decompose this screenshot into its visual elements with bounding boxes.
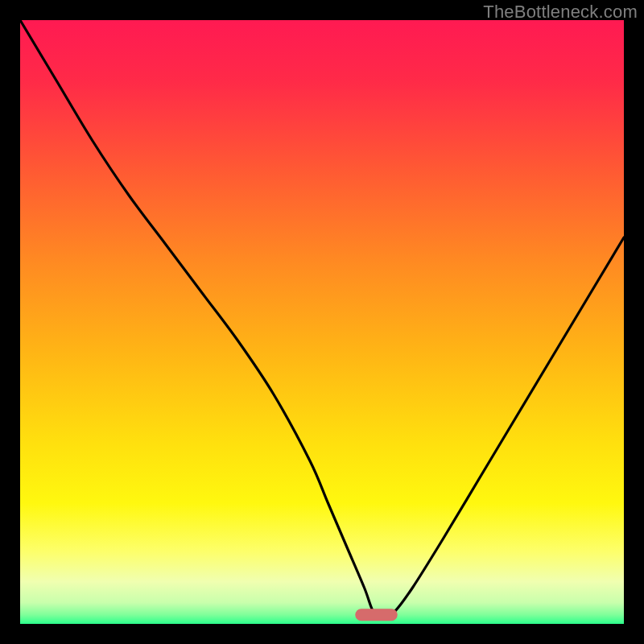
gradient-background [20,20,624,624]
watermark-text: TheBottleneck.com [483,2,638,23]
chart-svg [20,20,624,624]
chart-frame: TheBottleneck.com [0,0,644,644]
minimum-marker [355,609,398,621]
plot-area [20,20,624,624]
